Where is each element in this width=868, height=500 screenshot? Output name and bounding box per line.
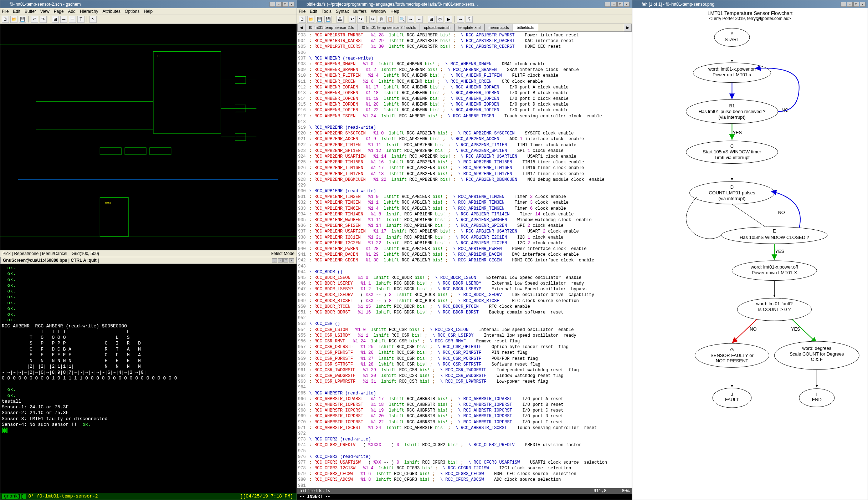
gvim-saveall-icon[interactable]: 💾 <box>324 16 332 23</box>
svg-text:Is COUNT > 0 ?: Is COUNT > 0 ? <box>758 307 791 312</box>
gvim-help-icon[interactable]: ? <box>466 16 473 23</box>
gvim-maximize-button[interactable]: □ <box>617 2 623 7</box>
undo-icon[interactable]: ↶ <box>31 16 38 23</box>
svg-text:(via interrupt): (via interrupt) <box>719 114 746 120</box>
gvim-make-icon[interactable]: ⚙ <box>436 16 443 23</box>
tab-3[interactable]: template.xml <box>454 24 484 31</box>
svg-text:word: lmt01-fault?: word: lmt01-fault? <box>756 301 792 306</box>
new-icon[interactable]: 🗋 <box>2 16 9 23</box>
menu-file[interactable]: File <box>2 9 9 14</box>
gvim-titlebar: bitfields.fs (~/projects/programming-lan… <box>297 0 632 8</box>
tab-2[interactable]: upload.main.sh <box>420 24 454 31</box>
menu-view[interactable]: View <box>40 9 50 14</box>
node-E-id: E <box>773 228 776 234</box>
terminal-output[interactable]: ok. ok. ok. ok. ok. ok. ok. ok. ok. ok. … <box>0 264 297 493</box>
menu-add[interactable]: Add <box>68 9 76 14</box>
menu-help[interactable]: Help <box>144 9 153 14</box>
code-editor[interactable]: 903 904 905 906 907 908 909 910 911 912 … <box>297 32 632 488</box>
menu-file[interactable]: File <box>299 9 305 14</box>
select-icon[interactable]: ↖ <box>89 16 97 23</box>
svg-text:word: lmt01-x.power.on: word: lmt01-x.power.on <box>708 66 756 72</box>
term-max-button[interactable]: □ <box>283 258 288 262</box>
svg-text:Power up LMT01-x: Power up LMT01-x <box>713 72 751 77</box>
gvim-close-button[interactable]: × <box>624 2 630 7</box>
term-rest-button[interactable]: ▫ <box>278 258 283 262</box>
menu-help[interactable]: Help <box>390 9 399 14</box>
save-icon[interactable]: 💾 <box>19 16 26 23</box>
menu-options[interactable]: Options <box>125 9 139 14</box>
label-B1-yes: YES <box>733 130 742 135</box>
bus-icon[interactable]: ═ <box>69 16 76 23</box>
gvim-icon <box>299 2 304 7</box>
node-J-label: FAULT <box>725 397 739 402</box>
gvim-minimize-button[interactable]: _ <box>605 2 610 7</box>
gvim-cut-icon[interactable]: ✂ <box>369 16 376 23</box>
flowchart-image: LMT01 Temperature Sensor Flowchart <Terr… <box>632 8 868 500</box>
feh-maximize-button[interactable]: □ <box>853 2 859 7</box>
gschem-statusbar: Pick | Repeat/none | Menu/Cancel Grid(10… <box>0 250 297 257</box>
gvim-undo-icon[interactable]: ↶ <box>349 16 356 23</box>
label-E-yes: YES <box>775 249 784 254</box>
menu-buffer[interactable]: Buffer <box>25 9 36 14</box>
term-min-button[interactable]: _ <box>272 258 277 262</box>
gvim-restore-button[interactable]: ▫ <box>611 2 617 7</box>
restore-button[interactable]: ▫ <box>276 2 282 7</box>
tab-4[interactable]: memmap.fs <box>484 24 513 31</box>
menu-syntax[interactable]: Syntax <box>336 9 349 14</box>
tab-scroll-right[interactable]: ▶ <box>624 24 632 31</box>
menu-edit[interactable]: Edit <box>310 9 317 14</box>
label-F-no: NO <box>750 326 756 332</box>
maximize-button[interactable]: □ <box>282 2 288 7</box>
feh-title: feh [1 of 1] - f0-lmt01-temp-sensor.png <box>642 2 838 7</box>
feh-restore-button[interactable]: ▫ <box>847 2 853 7</box>
svg-text:U1: U1 <box>157 55 160 58</box>
gvim-menubar: FileEditToolsSyntaxBuffersWindowHelp <box>297 8 632 15</box>
gvim-find-icon[interactable]: 🔍 <box>399 16 406 23</box>
gvim-session-icon[interactable]: ⊞ <box>428 16 435 23</box>
menu-edit[interactable]: Edit <box>13 9 20 14</box>
gschem-titlebar: f0-lmt01-temp-sensor-2.sch - gschem _ ▫ … <box>0 0 297 8</box>
gvim-shell-icon[interactable]: ▶ <box>445 16 452 23</box>
svg-text:Tim6 via interrupt: Tim6 via interrupt <box>714 155 750 160</box>
svg-text:Has 105mS WINDOW CLOSED ?: Has 105mS WINDOW CLOSED ? <box>740 235 809 240</box>
open-icon[interactable]: 📂 <box>10 16 17 23</box>
tab-scroll-left[interactable]: ◀ <box>297 24 305 31</box>
schematic-canvas[interactable]: U1 LMT01 <box>0 24 297 250</box>
gvim-findprev-icon[interactable]: ← <box>416 16 423 23</box>
tmux-statusbar: gronk][ 0* f0-lmt01-temp-sensor-2 ][04/2… <box>0 493 297 500</box>
menu-window[interactable]: Window <box>371 9 386 14</box>
text-icon[interactable]: T <box>77 16 84 23</box>
gvim-print-icon[interactable]: 🖶 <box>337 16 344 23</box>
gvim-new-icon[interactable]: 🗋 <box>299 16 306 23</box>
gvim-redo-icon[interactable]: ↷ <box>357 16 364 23</box>
minimize-button[interactable]: _ <box>269 2 275 7</box>
tab-5[interactable]: bitfields.fs <box>513 24 538 31</box>
gvim-open-icon[interactable]: 📂 <box>307 16 314 23</box>
feh-close-button[interactable]: × <box>860 2 866 7</box>
gvim-findnext-icon[interactable]: → <box>407 16 414 23</box>
menu-page[interactable]: Page <box>54 9 64 14</box>
menu-attributes[interactable]: Attributes <box>102 9 120 14</box>
redo-icon[interactable]: ↷ <box>40 16 47 23</box>
menu-tools[interactable]: Tools <box>322 9 332 14</box>
tab-0[interactable]: f0-lmt01-temp-sensor-2.fs <box>305 24 358 31</box>
term-close-button[interactable]: × <box>289 258 294 262</box>
gschem-menubar: FileEditBufferViewPageAddHierarchyAttrib… <box>0 8 297 15</box>
close-button[interactable]: × <box>289 2 294 7</box>
net-icon[interactable]: ─ <box>60 16 67 23</box>
node-B1-id: B1 <box>729 103 735 108</box>
component-icon[interactable]: ⊞ <box>52 16 59 23</box>
gvim-tag-icon[interactable]: ⇥ <box>457 16 464 23</box>
menu-buffers[interactable]: Buffers <box>353 9 367 14</box>
tab-1[interactable]: f0-lmt01-temp-sensor-2.flash.fs <box>358 24 420 31</box>
feh-minimize-button[interactable]: _ <box>841 2 846 7</box>
status-grid: Grid(100, 500) <box>72 251 99 256</box>
vim-percent: 80% <box>622 489 630 494</box>
gvim-toolbar: 🗋 📂 💾 💾 🖶 ↶ ↷ ✂ ⎘ 📋 🔍 → ← ⊞ ⚙ ▶ ⇥ ? <box>297 15 632 24</box>
gvim-save-icon[interactable]: 💾 <box>316 16 323 23</box>
gvim-copy-icon[interactable]: ⎘ <box>378 16 385 23</box>
menu-hierarchy[interactable]: Hierarchy <box>80 9 98 14</box>
terminal-titlebar: GnuScreen@cuaU1:460800 bps | CTRL A :qui… <box>0 257 297 264</box>
node-C-id: C <box>730 143 734 149</box>
gvim-paste-icon[interactable]: 📋 <box>386 16 394 23</box>
